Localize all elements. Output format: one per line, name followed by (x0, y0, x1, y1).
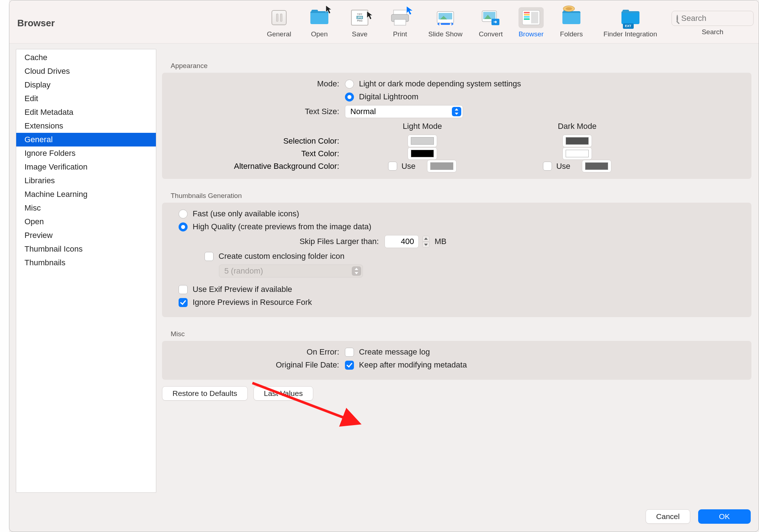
textsize-label: Text Size: (169, 107, 345, 116)
custom-icon-label: Create custom enclosing folder icon (219, 252, 345, 261)
toolbar-item-save[interactable]: TIFFJPGPNGSave (341, 7, 378, 40)
open-icon (307, 7, 332, 28)
browser-icon (518, 7, 544, 28)
sidebar-item-misc[interactable]: Misc (16, 201, 156, 215)
thumbs-radio-hq[interactable] (179, 222, 188, 231)
custom-icon-checkbox[interactable] (205, 252, 214, 261)
selection-color-light[interactable] (408, 135, 437, 147)
toolbar-item-browser[interactable]: Browser (513, 7, 549, 40)
folders-icon (559, 7, 584, 28)
custom-icon-select-value: 5 (random) (224, 266, 263, 276)
finder-icon: EXT (618, 7, 643, 28)
sidebar-item-edit[interactable]: Edit (16, 92, 156, 105)
toolbar-item-label: Save (352, 30, 367, 38)
altbg-use-light-checkbox[interactable] (388, 162, 397, 171)
sidebar-item-cache[interactable]: Cache (16, 51, 156, 64)
toolbar-item-label: Open (311, 30, 328, 38)
sidebar-item-libraries[interactable]: Libraries (16, 174, 156, 188)
sidebar-item-edit-metadata[interactable]: Edit Metadata (16, 105, 156, 119)
skip-label: Skip Files Larger than: (169, 237, 385, 246)
bottom-buttons: Restore to Defaults Last Values (162, 386, 751, 401)
footer-buttons: Cancel OK (646, 509, 751, 524)
chevron-updown-icon (452, 107, 461, 116)
stepper-up-icon[interactable] (422, 236, 430, 242)
skip-stepper (385, 235, 430, 248)
slideshow-icon (433, 7, 458, 28)
textsize-select[interactable]: Normal (345, 105, 463, 118)
convert-icon (478, 7, 503, 28)
toolbar-item-label: General (267, 30, 291, 38)
text-color-label: Text Color: (169, 149, 345, 158)
altbg-use-dark-label: Use (556, 162, 570, 171)
thumbs-box: Fast (use only available icons) High Qua… (162, 203, 751, 317)
darkmode-header: Dark Mode (500, 122, 655, 135)
save-icon: TIFFJPGPNG (347, 7, 372, 28)
svg-rect-15 (524, 14, 530, 15)
toolbar-item-label: Slide Show (428, 30, 462, 38)
mode-radio-lightroom-label: Digital Lightroom (359, 92, 418, 102)
selection-color-dark[interactable] (562, 135, 592, 147)
textsize-select-value: Normal (350, 107, 376, 116)
window-title: Browser (17, 18, 55, 29)
sidebar-item-extensions[interactable]: Extensions (16, 119, 156, 133)
custom-icon-select: 5 (random) (219, 265, 363, 278)
svg-rect-16 (524, 16, 530, 18)
print-icon (387, 7, 413, 28)
sidebar-item-cloud-drives[interactable]: Cloud Drives (16, 64, 156, 78)
sidebar-item-open[interactable]: Open (16, 215, 156, 229)
altbg-color-dark[interactable] (582, 160, 611, 172)
sidebar-item-preview[interactable]: Preview (16, 229, 156, 242)
text-color-light[interactable] (408, 147, 437, 160)
section-title-thumbs: Thumbnails Generation (171, 192, 751, 200)
search-input[interactable] (681, 14, 759, 23)
cancel-button[interactable]: Cancel (646, 509, 690, 524)
toolbar-item-general[interactable]: General (261, 7, 297, 40)
ok-button[interactable]: OK (698, 509, 751, 524)
sidebar-item-machine-learning[interactable]: Machine Learning (16, 188, 156, 201)
altbg-use-dark-checkbox[interactable] (543, 162, 552, 171)
toolbar-item-slideshow[interactable]: Slide Show (422, 7, 469, 40)
toolbar-search-wrap: Search (672, 11, 754, 36)
search-field[interactable] (672, 11, 754, 26)
toolbar-item-convert[interactable]: Convert (472, 7, 509, 40)
sidebar-item-ignore-folders[interactable]: Ignore Folders (16, 146, 156, 160)
toolbar-item-label: Finder Integration (603, 30, 657, 38)
text-color-dark[interactable] (562, 147, 592, 160)
svg-rect-18 (531, 12, 538, 23)
origdate-checkbox[interactable] (345, 361, 354, 370)
mode-radio-system-label: Light or dark mode depending system sett… (359, 79, 521, 89)
ignore-rsrc-label: Ignore Previews in Resource Fork (193, 298, 312, 307)
toolbar-item-open[interactable]: Open (301, 7, 338, 40)
selection-color-label: Selection Color: (169, 136, 345, 146)
sidebar-item-image-verification[interactable]: Image Verification (16, 160, 156, 174)
chevron-updown-icon (352, 266, 361, 276)
mode-radio-system[interactable] (345, 80, 354, 89)
sidebar-item-general[interactable]: General (16, 133, 156, 146)
sidebar-item-thumbnail-icons[interactable]: Thumbnail Icons (16, 242, 156, 256)
thumbs-radio-hq-label: High Quality (create previews from the i… (193, 222, 371, 231)
onerror-label: On Error: (169, 347, 345, 357)
exif-preview-checkbox[interactable] (179, 285, 188, 294)
sidebar: CacheCloud DrivesDisplayEditEdit Metadat… (16, 49, 156, 493)
ignore-rsrc-checkbox[interactable] (179, 298, 188, 307)
thumbs-radio-fast[interactable] (179, 209, 188, 218)
mode-radio-lightroom[interactable] (345, 93, 354, 102)
appearance-box: Mode: Light or dark mode depending syste… (162, 73, 751, 179)
toolbar-item-label: Browser (518, 30, 544, 38)
skip-value-input[interactable] (385, 235, 419, 248)
onerror-checkbox[interactable] (345, 348, 354, 357)
toolbar-item-finder[interactable]: EXTFinder Integration (593, 7, 667, 40)
toolbar-item-folders[interactable]: Folders (553, 7, 590, 40)
mode-label: Mode: (169, 79, 345, 89)
section-title-misc: Misc (171, 330, 751, 338)
sidebar-item-display[interactable]: Display (16, 78, 156, 92)
last-values-button[interactable]: Last Values (253, 386, 313, 401)
sidebar-item-thumbnails[interactable]: Thumbnails (16, 256, 156, 270)
skip-unit-label: MB (435, 237, 446, 246)
altbg-color-light[interactable] (427, 160, 457, 172)
restore-defaults-button[interactable]: Restore to Defaults (162, 386, 248, 401)
toolbar: Browser GeneralOpenTIFFJPGPNGSavePrintSl… (9, 0, 759, 44)
stepper-down-icon[interactable] (422, 242, 430, 248)
toolbar-item-print[interactable]: Print (382, 7, 418, 40)
origdate-label: Original File Date: (169, 360, 345, 370)
